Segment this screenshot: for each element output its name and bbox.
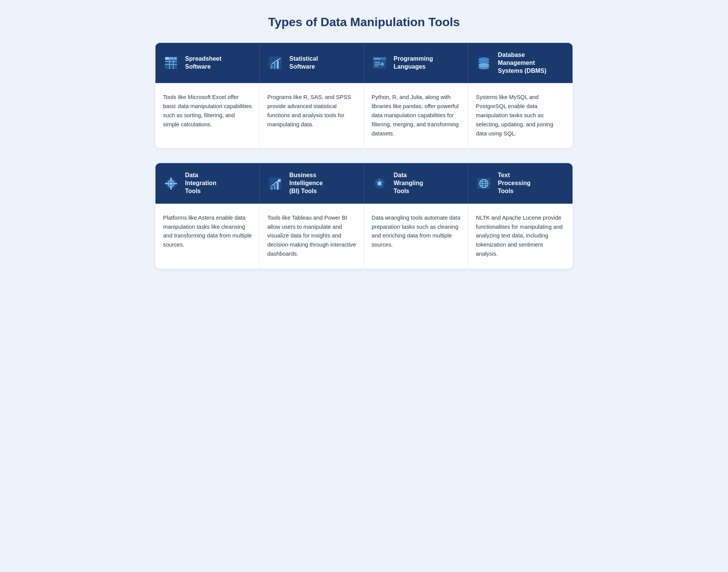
programming-icon [371,54,388,72]
header-cell-statistical: StatisticalSoftware [260,43,364,83]
svg-point-34 [170,188,172,190]
spreadsheet-icon [162,54,180,72]
table2-body-row: Platforms like Astera enable data manipu… [155,204,573,269]
header-cell-text: TextProcessingTools [468,163,573,203]
svg-rect-12 [277,61,279,69]
table2-header-row: DataIntegrationTools BusinessIntelligenc… [155,163,573,203]
svg-rect-10 [271,65,273,69]
bi-icon [267,175,284,192]
body-cell-bi: Tools like Tableau and Power BI allow us… [260,204,364,269]
svg-point-27 [479,66,489,69]
header-label-wrangling: DataWranglingTools [394,171,423,195]
database-icon [475,54,493,72]
svg-point-33 [170,178,172,179]
header-cell-wrangling: DataWranglingTools [364,163,468,203]
table1-header-row: SpreadsheetSoftware StatisticalSoftware [155,43,573,83]
body-cell-programming: Python, R, and Julia, along with librari… [364,83,468,148]
header-label-integration: DataIntegrationTools [185,171,217,195]
header-cell-bi: BusinessIntelligence(BI) Tools [260,163,364,203]
header-label-programming: ProgrammingLanguages [394,55,433,71]
integration-icon [162,175,180,192]
wrangling-icon [371,175,388,192]
page-container: Types of Data Manipulation Tools [155,15,573,284]
svg-point-15 [375,58,376,59]
table-card-2: DataIntegrationTools BusinessIntelligenc… [155,163,573,268]
header-cell-dbms: DatabaseManagementSystems (DBMS) [468,43,573,83]
svg-rect-6 [165,57,169,60]
svg-rect-7 [170,57,173,60]
text-processing-icon [475,175,493,192]
svg-point-17 [378,58,380,59]
header-label-statistical: StatisticalSoftware [289,55,318,71]
header-cell-spreadsheet: SpreadsheetSoftware [155,43,260,83]
svg-rect-36 [271,187,273,190]
svg-rect-18 [375,62,380,63]
svg-rect-37 [274,184,276,190]
svg-point-31 [165,183,166,184]
svg-rect-11 [274,63,276,69]
body-cell-dbms: Systems like MySQL and PostgreSQL enable… [468,83,573,148]
header-label-text: TextProcessingTools [498,171,530,195]
header-cell-programming: ProgrammingLanguages [364,43,468,83]
statistical-icon [267,54,284,72]
svg-rect-38 [277,182,279,190]
body-cell-spreadsheet: Tools like Microsoft Excel offer basic d… [155,83,260,148]
body-cell-text: NLTK and Apache Lucene provide functiona… [468,204,573,269]
svg-point-16 [377,58,378,59]
body-cell-integration: Platforms like Astera enable data manipu… [155,204,260,269]
svg-point-32 [176,183,177,184]
header-label-spreadsheet: SpreadsheetSoftware [185,55,221,71]
header-cell-integration: DataIntegrationTools [155,163,260,203]
svg-rect-8 [174,57,177,60]
table-card-1: SpreadsheetSoftware StatisticalSoftware [155,43,573,148]
svg-rect-20 [375,66,378,66]
body-cell-wrangling: Data wrangling tools automate data prepa… [364,204,468,269]
svg-rect-19 [375,64,382,64]
table1-body-row: Tools like Microsoft Excel offer basic d… [155,83,573,148]
page-title: Types of Data Manipulation Tools [155,15,573,29]
svg-point-30 [169,182,173,185]
body-cell-statistical: Programs like R, SAS, and SPSS provide a… [260,83,364,148]
header-label-bi: BusinessIntelligence(BI) Tools [289,171,323,195]
header-label-dbms: DatabaseManagementSystems (DBMS) [498,51,546,75]
